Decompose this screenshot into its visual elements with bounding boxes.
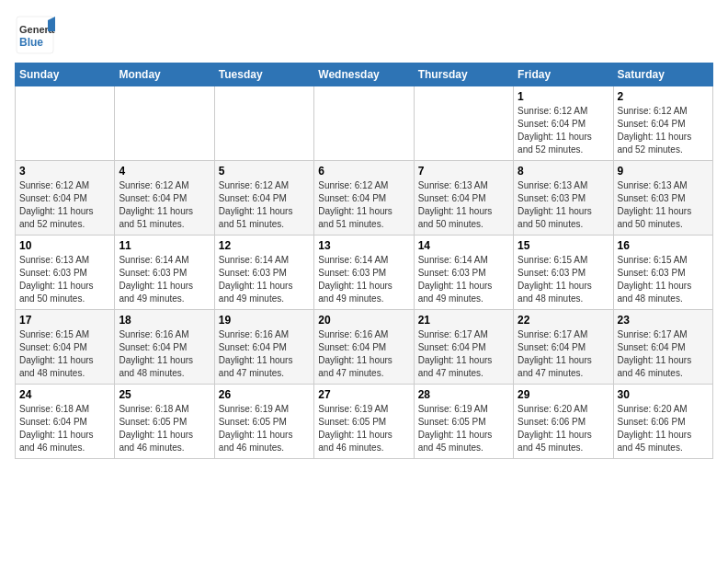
day-number: 6 [318,165,409,178]
day-number: 4 [119,165,210,178]
calendar-day-cell: 17Sunrise: 6:15 AM Sunset: 6:04 PM Dayli… [16,310,115,385]
calendar-day-cell [414,86,513,161]
calendar-week-row: 24Sunrise: 6:18 AM Sunset: 6:04 PM Dayli… [16,385,713,459]
calendar-day-cell: 18Sunrise: 6:16 AM Sunset: 6:04 PM Dayli… [115,310,214,385]
day-number: 11 [119,239,210,252]
day-number: 21 [418,314,509,327]
calendar-day-cell: 1Sunrise: 6:12 AM Sunset: 6:04 PM Daylig… [514,86,613,161]
calendar-day-cell [115,86,214,161]
day-of-week-header: Friday [514,63,613,86]
day-number: 2 [618,90,709,103]
calendar-week-row: 3Sunrise: 6:12 AM Sunset: 6:04 PM Daylig… [16,161,713,236]
calendar-day-cell: 20Sunrise: 6:16 AM Sunset: 6:04 PM Dayli… [314,310,414,385]
calendar-day-cell: 11Sunrise: 6:14 AM Sunset: 6:03 PM Dayli… [115,236,214,310]
day-info: Sunrise: 6:14 AM Sunset: 6:03 PM Dayligh… [219,254,310,305]
day-info: Sunrise: 6:13 AM Sunset: 6:03 PM Dayligh… [19,254,110,305]
day-info: Sunrise: 6:15 AM Sunset: 6:03 PM Dayligh… [618,254,709,305]
calendar-day-cell: 22Sunrise: 6:17 AM Sunset: 6:04 PM Dayli… [514,310,613,385]
calendar-day-cell: 12Sunrise: 6:14 AM Sunset: 6:03 PM Dayli… [214,236,313,310]
logo: General Blue [15,15,55,55]
day-number: 29 [518,388,609,401]
day-of-week-header: Tuesday [214,63,313,86]
calendar-day-cell: 27Sunrise: 6:19 AM Sunset: 6:05 PM Dayli… [314,385,414,459]
day-info: Sunrise: 6:16 AM Sunset: 6:04 PM Dayligh… [318,328,409,380]
day-info: Sunrise: 6:12 AM Sunset: 6:04 PM Dayligh… [518,105,609,156]
calendar-day-cell [314,86,414,161]
day-of-week-header: Monday [115,63,214,86]
calendar-day-cell: 21Sunrise: 6:17 AM Sunset: 6:04 PM Dayli… [414,310,513,385]
svg-text:Blue: Blue [19,36,43,49]
calendar-day-cell: 23Sunrise: 6:17 AM Sunset: 6:04 PM Dayli… [613,310,712,385]
day-number: 22 [518,314,609,327]
calendar-day-cell: 9Sunrise: 6:13 AM Sunset: 6:03 PM Daylig… [613,161,712,236]
day-info: Sunrise: 6:12 AM Sunset: 6:04 PM Dayligh… [19,179,110,231]
day-info: Sunrise: 6:13 AM Sunset: 6:04 PM Dayligh… [418,179,509,231]
day-info: Sunrise: 6:20 AM Sunset: 6:06 PM Dayligh… [618,403,709,454]
logo-svg: General Blue [15,15,55,55]
day-number: 9 [618,165,709,178]
day-info: Sunrise: 6:12 AM Sunset: 6:04 PM Dayligh… [219,179,310,231]
day-number: 27 [318,388,409,401]
day-number: 23 [618,314,709,327]
day-number: 19 [219,314,310,327]
day-info: Sunrise: 6:17 AM Sunset: 6:04 PM Dayligh… [418,328,509,380]
day-info: Sunrise: 6:15 AM Sunset: 6:03 PM Dayligh… [518,254,609,305]
day-info: Sunrise: 6:16 AM Sunset: 6:04 PM Dayligh… [219,328,310,380]
calendar-header-row: SundayMondayTuesdayWednesdayThursdayFrid… [16,63,713,86]
calendar-week-row: 10Sunrise: 6:13 AM Sunset: 6:03 PM Dayli… [16,236,713,310]
day-number: 28 [418,388,509,401]
day-number: 18 [119,314,210,327]
day-number: 15 [518,239,609,252]
day-info: Sunrise: 6:19 AM Sunset: 6:05 PM Dayligh… [318,403,409,454]
calendar-day-cell: 10Sunrise: 6:13 AM Sunset: 6:03 PM Dayli… [16,236,115,310]
day-info: Sunrise: 6:18 AM Sunset: 6:04 PM Dayligh… [19,403,110,454]
day-info: Sunrise: 6:17 AM Sunset: 6:04 PM Dayligh… [618,328,709,380]
calendar-day-cell: 28Sunrise: 6:19 AM Sunset: 6:05 PM Dayli… [414,385,513,459]
day-info: Sunrise: 6:14 AM Sunset: 6:03 PM Dayligh… [318,254,409,305]
calendar-week-row: 1Sunrise: 6:12 AM Sunset: 6:04 PM Daylig… [16,86,713,161]
calendar-day-cell: 19Sunrise: 6:16 AM Sunset: 6:04 PM Dayli… [214,310,313,385]
day-info: Sunrise: 6:17 AM Sunset: 6:04 PM Dayligh… [518,328,609,380]
calendar-day-cell: 29Sunrise: 6:20 AM Sunset: 6:06 PM Dayli… [514,385,613,459]
page-header: General Blue [15,15,713,55]
day-number: 8 [518,165,609,178]
day-of-week-header: Wednesday [314,63,414,86]
day-number: 26 [219,388,310,401]
day-info: Sunrise: 6:19 AM Sunset: 6:05 PM Dayligh… [219,403,310,454]
day-info: Sunrise: 6:13 AM Sunset: 6:03 PM Dayligh… [618,179,709,231]
day-number: 17 [19,314,110,327]
day-info: Sunrise: 6:12 AM Sunset: 6:04 PM Dayligh… [318,179,409,231]
day-info: Sunrise: 6:20 AM Sunset: 6:06 PM Dayligh… [518,403,609,454]
day-number: 25 [119,388,210,401]
day-number: 24 [19,388,110,401]
day-info: Sunrise: 6:14 AM Sunset: 6:03 PM Dayligh… [418,254,509,305]
day-number: 5 [219,165,310,178]
day-of-week-header: Saturday [613,63,712,86]
day-number: 10 [19,239,110,252]
day-info: Sunrise: 6:19 AM Sunset: 6:05 PM Dayligh… [418,403,509,454]
calendar-day-cell [214,86,313,161]
day-number: 16 [618,239,709,252]
calendar-day-cell: 26Sunrise: 6:19 AM Sunset: 6:05 PM Dayli… [214,385,313,459]
calendar-day-cell: 6Sunrise: 6:12 AM Sunset: 6:04 PM Daylig… [314,161,414,236]
calendar-day-cell: 14Sunrise: 6:14 AM Sunset: 6:03 PM Dayli… [414,236,513,310]
calendar-day-cell: 7Sunrise: 6:13 AM Sunset: 6:04 PM Daylig… [414,161,513,236]
day-info: Sunrise: 6:13 AM Sunset: 6:03 PM Dayligh… [518,179,609,231]
day-info: Sunrise: 6:18 AM Sunset: 6:05 PM Dayligh… [119,403,210,454]
day-of-week-header: Sunday [16,63,115,86]
calendar-day-cell: 8Sunrise: 6:13 AM Sunset: 6:03 PM Daylig… [514,161,613,236]
day-info: Sunrise: 6:16 AM Sunset: 6:04 PM Dayligh… [119,328,210,380]
day-info: Sunrise: 6:12 AM Sunset: 6:04 PM Dayligh… [119,179,210,231]
day-of-week-header: Thursday [414,63,513,86]
day-number: 1 [518,90,609,103]
day-info: Sunrise: 6:14 AM Sunset: 6:03 PM Dayligh… [119,254,210,305]
calendar-body: 1Sunrise: 6:12 AM Sunset: 6:04 PM Daylig… [16,86,713,459]
day-number: 3 [19,165,110,178]
day-number: 14 [418,239,509,252]
day-info: Sunrise: 6:12 AM Sunset: 6:04 PM Dayligh… [618,105,709,156]
calendar-day-cell: 16Sunrise: 6:15 AM Sunset: 6:03 PM Dayli… [613,236,712,310]
day-number: 7 [418,165,509,178]
day-number: 20 [318,314,409,327]
calendar-day-cell: 30Sunrise: 6:20 AM Sunset: 6:06 PM Dayli… [613,385,712,459]
logo-container: General Blue [15,15,55,55]
